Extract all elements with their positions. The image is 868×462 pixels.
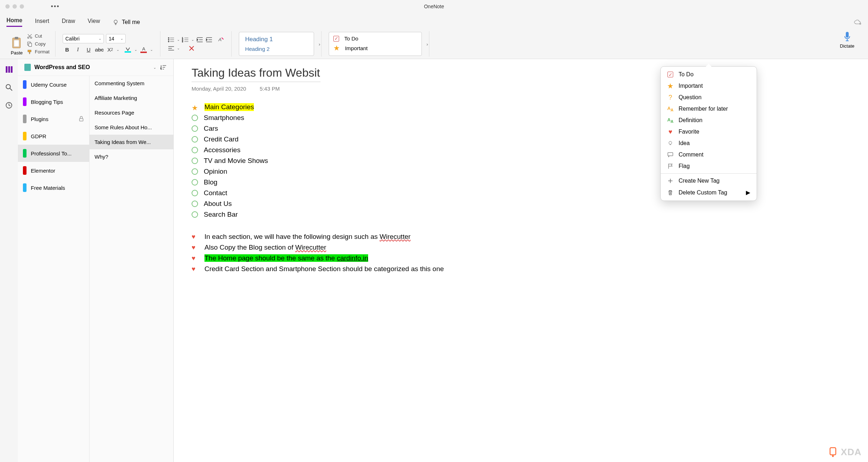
bullets-button[interactable] [168,37,175,43]
clear-formatting-button[interactable]: A [218,37,224,43]
paste-icon [11,37,23,49]
styles-section: Heading 1 Heading 2 › [232,31,322,57]
sort-icon[interactable] [160,64,167,71]
note-line[interactable]: ♥The Home page should be the same as the… [192,254,850,263]
tab-home[interactable]: Home [6,17,22,27]
indent-button[interactable] [206,37,213,43]
note-line[interactable]: ♥Also Copy the Blog section of Wirecutte… [192,243,850,252]
section-item[interactable]: Professionsl To... [18,145,89,162]
tag-menu-important[interactable]: ★Important [661,80,757,92]
note-line[interactable]: ♥Credit Card Section and Smartphone Sect… [192,264,850,274]
section-color-tab [23,183,26,192]
paragraph-section: ⌄ 123 ⌄ A ⌄ [160,31,232,57]
copy-button[interactable]: Copy [25,40,51,48]
note-text: The Home page should be the same as the … [204,254,368,262]
font-family-select[interactable]: Calibri⌄ [63,34,104,43]
maximize-window[interactable] [20,4,24,9]
tag-menu-idea[interactable]: Idea [661,138,757,149]
tab-insert[interactable]: Insert [35,18,49,27]
tag-menu-flag[interactable]: Flag [661,160,757,172]
font-size-select[interactable]: 14⌄ [106,34,126,43]
note-title[interactable]: Taking Ideas from Websit [192,66,320,82]
page-item[interactable]: Resources Page [90,105,173,120]
tags-section: ✓To Do ★Important › [322,31,429,57]
note-date: Monday, April 20, 2020 [192,86,246,92]
dictate-button[interactable]: Dictate [833,31,862,57]
page-label: Resources Page [95,110,134,116]
section-item[interactable]: Plugins [18,110,89,127]
tag-menu-label: Remember for later [679,106,728,112]
cloud-sync-icon[interactable] [854,19,862,25]
align-button[interactable] [168,45,175,52]
xda-watermark: XDA [828,447,862,458]
tag-menu-comment[interactable]: Comment [661,149,757,160]
note-line[interactable]: Search Bar [192,210,850,219]
tags-gallery[interactable]: ✓To Do ★Important › [329,32,422,56]
note-line[interactable]: ♥In each section, we will have the follo… [192,232,850,241]
tag-menu-label: Create New Tag [679,178,719,184]
page-item[interactable]: Affiliate Marketing [90,91,173,105]
tab-draw[interactable]: Draw [62,18,75,27]
section-label: Elementor [31,168,55,174]
delete-button[interactable] [188,45,195,52]
tag-menu-label: To Do [679,71,694,78]
circle-icon [192,158,198,164]
quick-access-more[interactable]: ••• [51,3,60,10]
heart-icon: ♥ [667,129,674,135]
todo-tag-item[interactable]: ✓To Do [333,34,417,43]
page-item[interactable]: Some Rules About Ho... [90,120,173,135]
tag-menu-to-do[interactable]: ✓To Do [661,69,757,80]
page-item[interactable]: Why? [90,149,173,164]
tellme-group[interactable]: Tell me [112,19,140,25]
tags-expand[interactable]: › [426,41,428,47]
svg-rect-35 [8,66,10,73]
svg-rect-33 [846,32,849,38]
heading-1-style[interactable]: Heading 1 [239,34,314,44]
page-item[interactable]: Taking Ideas from We... [90,135,173,149]
delete-custom-tag[interactable]: Delete Custom Tag▶ [661,187,757,198]
subscript-button[interactable]: X2 [106,45,114,54]
search-icon[interactable] [5,83,13,91]
tag-menu-label: Delete Custom Tag [679,189,727,196]
tag-menu-definition[interactable]: AADefinition [661,115,757,126]
note-content[interactable]: Taking Ideas from Websit Monday, April 2… [174,59,868,462]
tag-menu-label: Idea [679,140,690,146]
create-new-tag[interactable]: Create New Tag [661,175,757,187]
cut-button[interactable]: Cut [25,33,51,40]
font-color-button[interactable]: A [139,45,148,54]
section-item[interactable]: Elementor [18,162,89,179]
tab-view[interactable]: View [88,18,100,27]
strikethrough-button[interactable]: abc [95,45,103,54]
font-more-dropdown[interactable]: ⌄ [116,48,119,52]
notebooks-icon[interactable] [5,66,13,73]
page-item[interactable]: Commenting System [90,76,173,91]
notebook-header[interactable]: WordPress and SEO ⌄ [18,59,173,76]
section-item[interactable]: Blogging Tips [18,93,89,110]
tag-menu-remember-for-later[interactable]: AARemember for later [661,103,757,115]
format-painter-button[interactable]: Format [25,48,51,56]
svg-rect-4 [14,40,19,47]
numbering-button[interactable]: 123 [182,37,189,43]
tag-menu-favorite[interactable]: ♥Favorite [661,126,757,138]
important-tag-item[interactable]: ★Important [333,43,417,53]
recent-icon[interactable] [5,101,13,109]
highlight-button[interactable] [124,45,132,54]
tag-menu-question[interactable]: ?Question [661,92,757,103]
section-item[interactable]: Free Materials [18,179,89,196]
heading-2-style[interactable]: Heading 2 [239,44,314,53]
section-label: Udemy Course [31,82,67,88]
close-window[interactable] [5,4,10,9]
section-item[interactable]: Udemy Course [18,76,89,93]
section-item[interactable]: GDPR [18,127,89,145]
underline-button[interactable]: U [84,45,93,54]
outdent-button[interactable] [196,37,203,43]
plus-icon [667,178,674,184]
paste-button[interactable]: Paste [11,37,23,56]
styles-expand[interactable]: › [319,41,320,47]
tag-menu-label: Question [679,94,701,101]
heart-icon: ♥ [192,244,199,251]
styles-gallery[interactable]: Heading 1 Heading 2 › [239,32,314,56]
italic-button[interactable]: I [73,45,82,54]
minimize-window[interactable] [13,4,17,9]
bold-button[interactable]: B [63,45,71,54]
